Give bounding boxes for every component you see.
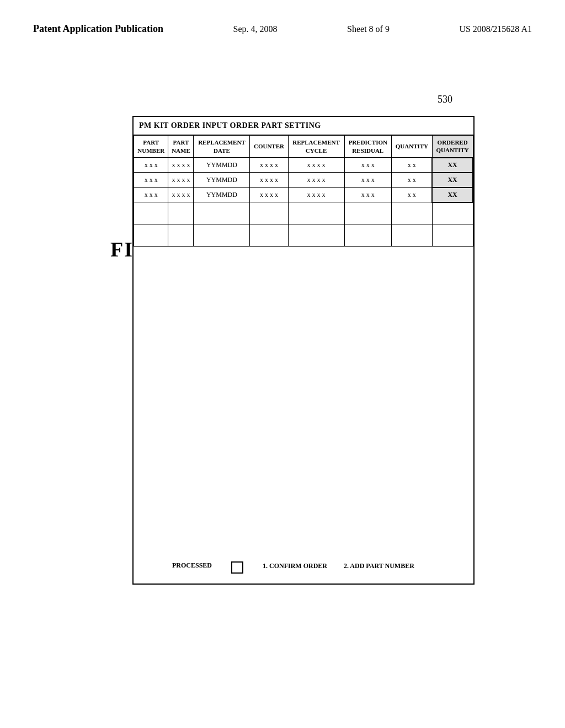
cell-prediction-residual-2: x x x — [344, 173, 392, 188]
cell-empty-4 — [250, 202, 288, 224]
table-row: x x x x x x x YYMMDD x x x x x x x x x x… — [134, 188, 473, 202]
cell-quantity-3: x x — [392, 188, 433, 202]
cell-replacement-date-1: YYMMDD — [194, 158, 250, 173]
cell-empty2-2 — [168, 224, 194, 247]
cell-replacement-cycle-1: x x x x — [288, 158, 344, 173]
cell-part-number-3: x x x — [134, 188, 168, 202]
col-ordered-quantity: ORDEREDQUANTITY — [432, 136, 473, 158]
cell-part-name-3: x x x x — [168, 188, 194, 202]
table-header-row: PARTNUMBER PARTNAME REPLACEMENTDATE COUN… — [134, 136, 473, 158]
add-part-number-label: 2. ADD PART NUMBER — [344, 561, 414, 571]
cell-empty2-4 — [250, 224, 288, 247]
cell-replacement-date-2: YYMMDD — [194, 173, 250, 188]
col-replacement-date: REPLACEMENTDATE — [194, 136, 250, 158]
cell-quantity-1: x x — [392, 158, 433, 173]
col-quantity: QUANTITY — [392, 136, 433, 158]
table-row: x x x x x x x YYMMDD x x x x x x x x x x… — [134, 158, 473, 173]
col-replacement-cycle: REPLACEMENTCYCLE — [288, 136, 344, 158]
publication-title: Patent Application Publication — [33, 22, 163, 36]
publication-date: Sep. 4, 2008 — [233, 22, 278, 34]
cell-part-number-2: x x x — [134, 173, 168, 188]
table-row-empty2 — [134, 224, 473, 247]
cell-empty-5 — [288, 202, 344, 224]
publication-number: US 2008/215628 A1 — [459, 22, 532, 34]
processed-label: PROCESSED — [172, 561, 212, 570]
diagram-container: 530 PM KIT ORDER INPUT ORDER PART SETTIN… — [99, 88, 486, 629]
cell-ordered-qty-2[interactable]: XX — [432, 173, 473, 188]
cell-empty-6 — [344, 202, 392, 224]
cell-replacement-date-3: YYMMDD — [194, 188, 250, 202]
confirm-order-label: 1. CONFIRM ORDER — [263, 561, 327, 571]
bottom-section: PROCESSED 1. CONFIRM ORDER 2. ADD PART N… — [167, 557, 462, 578]
col-counter: COUNTER — [250, 136, 288, 158]
cell-part-number-1: x x x — [134, 158, 168, 173]
cell-ordered-qty-3[interactable]: XX — [432, 188, 473, 202]
cell-counter-2: x x x x — [250, 173, 288, 188]
cell-prediction-residual-3: x x x — [344, 188, 392, 202]
page-header: Patent Application Publication Sep. 4, 2… — [0, 0, 565, 47]
reference-number: 530 — [438, 94, 452, 105]
table-wrapper: PM KIT ORDER INPUT ORDER PART SETTING PA… — [132, 116, 475, 585]
cell-empty-8 — [432, 202, 473, 224]
cell-prediction-residual-1: x x x — [344, 158, 392, 173]
cell-counter-1: x x x x — [250, 158, 288, 173]
table-title: PM KIT ORDER INPUT ORDER PART SETTING — [134, 117, 473, 135]
col-part-name: PARTNAME — [168, 136, 194, 158]
cell-counter-3: x x x x — [250, 188, 288, 202]
table-row: x x x x x x x YYMMDD x x x x x x x x x x… — [134, 173, 473, 188]
cell-replacement-cycle-3: x x x x — [288, 188, 344, 202]
cell-empty-3 — [194, 202, 250, 224]
cell-quantity-2: x x — [392, 173, 433, 188]
cell-empty2-5 — [288, 224, 344, 247]
cell-empty-2 — [168, 202, 194, 224]
cell-ordered-qty-1[interactable]: XX — [432, 158, 473, 173]
cell-replacement-cycle-2: x x x x — [288, 173, 344, 188]
cell-empty2-7 — [392, 224, 433, 247]
col-part-number: PARTNUMBER — [134, 136, 168, 158]
cell-part-name-2: x x x x — [168, 173, 194, 188]
cell-empty2-3 — [194, 224, 250, 247]
sheet-info: Sheet 8 of 9 — [347, 22, 390, 34]
cell-empty2-1 — [134, 224, 168, 247]
table-row-empty — [134, 202, 473, 224]
cell-empty2-8 — [432, 224, 473, 247]
col-prediction-residual: PREDICTIONRESIDUAL — [344, 136, 392, 158]
processed-checkbox[interactable] — [231, 561, 243, 574]
cell-empty2-6 — [344, 224, 392, 247]
main-table: PARTNUMBER PARTNAME REPLACEMENTDATE COUN… — [134, 135, 473, 247]
cell-empty-7 — [392, 202, 433, 224]
cell-empty-1 — [134, 202, 168, 224]
cell-part-name-1: x x x x — [168, 158, 194, 173]
